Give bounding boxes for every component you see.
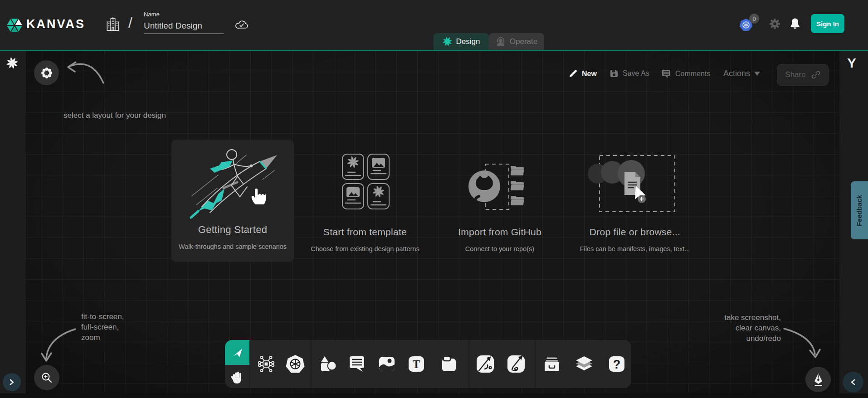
image-tool-button[interactable] [376, 354, 397, 374]
comments-button[interactable]: Comments [661, 69, 710, 79]
cursor-arrow-icon [231, 347, 243, 359]
select-tool-button[interactable] [225, 340, 249, 365]
operator-headset-icon [496, 37, 506, 47]
note-tool-button[interactable] [439, 354, 459, 374]
freehand-draw-tool-button[interactable] [506, 354, 527, 374]
canvas-action-hints-text: take screenshot, clear canvas, undo/redo [711, 312, 781, 344]
zoom-controls-button[interactable] [34, 365, 59, 390]
tab-operate[interactable]: Operate [489, 33, 544, 50]
meshery-spinner-icon[interactable] [6, 57, 18, 69]
feedback-tab[interactable]: Feedback [851, 181, 868, 239]
kubernetes-tool-button[interactable] [285, 354, 306, 374]
settings-gear-icon[interactable] [770, 19, 780, 29]
pan-tool-button[interactable] [225, 365, 249, 388]
magnifier-plus-icon [41, 372, 53, 383]
canvas-top-border [0, 50, 868, 51]
notifications-bell-icon[interactable] [790, 18, 800, 29]
components-drawer-button[interactable] [541, 354, 562, 374]
new-design-button[interactable]: New [568, 69, 597, 78]
comment-bubble-icon [661, 69, 671, 79]
rocket-doodle-illustration [178, 142, 287, 222]
app-header: KANVAS / Name 0 [0, 0, 868, 50]
sign-in-button[interactable]: Sign In [811, 14, 844, 33]
design-toolbar: T [225, 340, 631, 388]
floppy-save-icon [610, 69, 619, 78]
pen-nib-icon [812, 373, 824, 386]
caret-down-icon [754, 72, 760, 76]
node-connection-tool-button[interactable] [256, 354, 277, 374]
card-start-from-template[interactable]: Start from template Choose from existing… [304, 150, 426, 272]
card-drop-file[interactable]: Drop file or browse... Files can be mani… [574, 150, 696, 272]
text-tool-button[interactable]: T [406, 354, 427, 374]
breadcrumb-separator: / [128, 15, 132, 31]
brand-wordmark: KANVAS [26, 17, 85, 31]
expand-left-panel-button[interactable] [3, 373, 21, 391]
design-name-label: Name [144, 11, 160, 18]
hand-pointer-cursor [249, 186, 266, 205]
autosave-cloud-icon [234, 19, 248, 30]
collapse-right-panel-button[interactable] [843, 372, 863, 393]
organization-icon[interactable] [106, 16, 120, 33]
save-as-button[interactable]: Save As [610, 69, 649, 78]
actions-dropdown[interactable]: Actions [723, 69, 760, 78]
drop-file-illustration [574, 150, 696, 220]
zoom-hints-text: fit-to-screen, full-screen, zoom [81, 311, 124, 343]
card-import-from-github[interactable]: Import from GitHub Connect to your repo(… [439, 150, 561, 272]
comment-tool-button[interactable] [346, 354, 367, 374]
tab-design[interactable]: Design [434, 33, 489, 50]
pen-path-tool-button[interactable] [475, 354, 496, 374]
layout-hint-text: select a layout for your design [63, 110, 166, 121]
svg-text:?: ? [613, 358, 621, 371]
y-logo: Y [847, 55, 856, 71]
chevron-left-icon [850, 379, 856, 385]
pencil-new-icon [568, 69, 578, 78]
svg-text:T: T [413, 358, 420, 370]
kanvas-logo-icon[interactable] [5, 16, 24, 34]
asterisk-flower-icon [41, 67, 53, 79]
bottom-edge [0, 393, 868, 398]
github-import-illustration [439, 150, 561, 218]
credits-badge: 0 [749, 14, 759, 24]
design-name-input[interactable] [144, 20, 224, 34]
hand-pan-icon [231, 370, 244, 383]
shapes-tool-button[interactable] [317, 354, 338, 374]
link-icon [811, 70, 820, 79]
card-getting-started[interactable]: Getting Started Walk-throughs and sample… [171, 140, 294, 262]
share-button[interactable]: Share [777, 64, 829, 86]
layers-button[interactable] [574, 354, 595, 374]
help-button[interactable]: ? [606, 354, 627, 374]
canvas-actions-button[interactable] [805, 367, 831, 392]
left-sidebar [0, 51, 26, 393]
chevron-right-icon [9, 379, 15, 385]
template-tiles-illustration [304, 150, 426, 213]
layout-selector-button[interactable] [34, 60, 59, 85]
design-pinwheel-icon [443, 37, 452, 46]
